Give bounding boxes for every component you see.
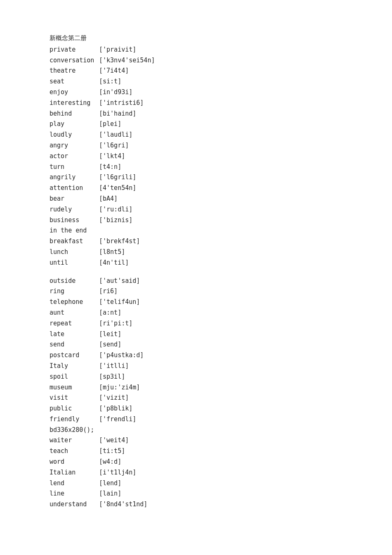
phonetic-text: [l8nt5] xyxy=(99,247,125,258)
phonetic-text: ['k3nv4'sei54n] xyxy=(99,55,155,66)
list-item: interesting['intristi6] xyxy=(50,98,392,109)
list-item: telephone['telif4un] xyxy=(50,297,392,308)
phonetic-text: [mju:'zi4m] xyxy=(99,382,140,393)
word-text: Italy xyxy=(50,361,99,372)
word-text: lend xyxy=(50,478,99,489)
phonetic-text: ['telif4un] xyxy=(99,297,140,308)
list-item: rudely['ru:dli] xyxy=(50,204,392,215)
list-item: bd336x280(); xyxy=(50,425,392,436)
word-text: public xyxy=(50,403,99,414)
list-item: lunch[l8nt5] xyxy=(50,247,392,258)
list-item: private['praivit] xyxy=(50,45,392,55)
word-text: waiter xyxy=(50,435,99,446)
page-title: 新概念第二册 xyxy=(50,33,392,44)
list-item: aunt[a:nt] xyxy=(50,308,392,318)
phonetic-text: ['7i4t4] xyxy=(99,66,129,76)
word-text: theatre xyxy=(50,66,99,76)
word-text: send xyxy=(50,339,99,350)
word-text: behind xyxy=(50,109,99,119)
word-text: late xyxy=(50,329,99,340)
phonetic-text: ['p8blik] xyxy=(99,403,132,414)
word-text: angrily xyxy=(50,172,99,183)
phonetic-text: [bi'haind] xyxy=(99,109,136,119)
list-item: Italy['itlli] xyxy=(50,361,392,372)
phonetic-text: ['p4ustka:d] xyxy=(99,350,144,361)
word-text: understand xyxy=(50,499,99,510)
word-text: friendly xyxy=(50,414,99,425)
list-item: bear[bA4] xyxy=(50,194,392,204)
list-item: repeat[ri'pi:t] xyxy=(50,318,392,329)
phonetic-text: [lend] xyxy=(99,478,121,489)
list-item: in the end xyxy=(50,225,392,236)
list-item: conversation['k3nv4'sei54n] xyxy=(50,55,392,66)
word-text: attention xyxy=(50,183,99,194)
word-text: actor xyxy=(50,151,99,162)
phonetic-text: ['l6grili] xyxy=(99,172,136,183)
word-text: breakfast xyxy=(50,236,99,247)
list-item: friendly['frendli] xyxy=(50,414,392,425)
word-text: seat xyxy=(50,76,99,87)
phonetic-text: [4'ten54n] xyxy=(99,183,136,194)
word-text: visit xyxy=(50,393,99,403)
phonetic-text: ['praivit] xyxy=(99,45,136,55)
phonetic-text: [a:nt] xyxy=(99,308,121,318)
list-item: theatre['7i4t4] xyxy=(50,66,392,76)
phonetic-text: [sp3il] xyxy=(99,372,125,382)
word-text: Italian xyxy=(50,467,99,478)
word-text: museum xyxy=(50,382,99,393)
phonetic-text: ['brekf4st] xyxy=(99,236,140,247)
list-item: until[4n'til] xyxy=(50,258,392,268)
phonetic-text: [in'd93i] xyxy=(99,87,132,98)
phonetic-text: [i't1lj4n] xyxy=(99,467,136,478)
word-text: angry xyxy=(50,140,99,151)
list-item: enjoy[in'd93i] xyxy=(50,87,392,98)
word-text: enjoy xyxy=(50,87,99,98)
phonetic-text: [ri'pi:t] xyxy=(99,318,132,329)
phonetic-text: ['l6gri] xyxy=(99,140,129,151)
word-text: bd336x280(); xyxy=(50,425,99,436)
phonetic-text: ['vizit] xyxy=(99,393,129,403)
word-text: turn xyxy=(50,162,99,173)
word-text: loudly xyxy=(50,130,99,140)
list-item: play[plei] xyxy=(50,119,392,130)
word-text: teach xyxy=(50,446,99,457)
list-item: visit['vizit] xyxy=(50,393,392,403)
phonetic-text: [ti:t5] xyxy=(99,446,125,457)
list-item: attention[4'ten54n] xyxy=(50,183,392,194)
word-text: rudely xyxy=(50,204,99,215)
list-item: angry['l6gri] xyxy=(50,140,392,151)
list-item: teach[ti:t5] xyxy=(50,446,392,457)
phonetic-text: ['aut'said] xyxy=(99,276,140,287)
list-item: late[leit] xyxy=(50,329,392,340)
phonetic-text: [t4:n] xyxy=(99,162,121,173)
word-text: play xyxy=(50,119,99,130)
list-item: understand['8nd4'st1nd] xyxy=(50,499,392,510)
list-item: ring[ri6] xyxy=(50,286,392,297)
phonetic-text: ['frendli] xyxy=(99,414,136,425)
phonetic-text: [4n'til] xyxy=(99,258,129,268)
word-text: repeat xyxy=(50,318,99,329)
list-item: loudly['laudli] xyxy=(50,130,392,140)
word-text: outside xyxy=(50,276,99,287)
list-item: public['p8blik] xyxy=(50,403,392,414)
word-text: ring xyxy=(50,286,99,297)
phonetic-text: ['itlli] xyxy=(99,361,129,372)
word-text: business xyxy=(50,215,99,226)
list-item: breakfast['brekf4st] xyxy=(50,236,392,247)
word-text: private xyxy=(50,45,99,55)
list-item: spoil[sp3il] xyxy=(50,372,392,382)
word-text: line xyxy=(50,489,99,499)
phonetic-text: ['weit4] xyxy=(99,435,129,446)
entries-container: private['praivit]conversation['k3nv4'sei… xyxy=(50,45,392,510)
list-item: museum[mju:'zi4m] xyxy=(50,382,392,393)
word-text: spoil xyxy=(50,372,99,382)
word-text: interesting xyxy=(50,98,99,109)
word-text: conversation xyxy=(50,55,99,66)
list-item: behind[bi'haind] xyxy=(50,109,392,119)
list-item: waiter['weit4] xyxy=(50,435,392,446)
phonetic-text: [send] xyxy=(99,339,121,350)
list-item: postcard['p4ustka:d] xyxy=(50,350,392,361)
list-item: actor['lkt4] xyxy=(50,151,392,162)
phonetic-text: [si:t] xyxy=(99,76,121,87)
list-item: line[lain] xyxy=(50,489,392,499)
